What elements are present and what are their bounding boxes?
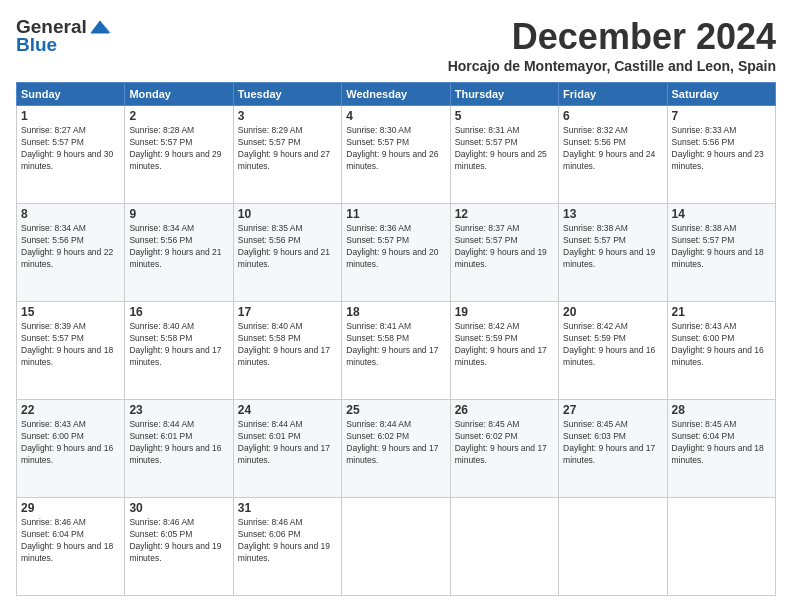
day-number: 21 xyxy=(672,305,771,319)
day-number: 23 xyxy=(129,403,228,417)
sunrise-text: Sunrise: 8:45 AM xyxy=(672,419,771,431)
sunrise-text: Sunrise: 8:42 AM xyxy=(563,321,662,333)
day-number: 13 xyxy=(563,207,662,221)
sunset-text: Sunset: 5:57 PM xyxy=(129,137,228,149)
calendar-cell: 13 Sunrise: 8:38 AM Sunset: 5:57 PM Dayl… xyxy=(559,204,667,302)
day-number: 11 xyxy=(346,207,445,221)
cell-info: Sunrise: 8:31 AM Sunset: 5:57 PM Dayligh… xyxy=(455,125,554,173)
cell-info: Sunrise: 8:43 AM Sunset: 6:00 PM Dayligh… xyxy=(21,419,120,467)
cell-info: Sunrise: 8:42 AM Sunset: 5:59 PM Dayligh… xyxy=(563,321,662,369)
cell-info: Sunrise: 8:44 AM Sunset: 6:01 PM Dayligh… xyxy=(129,419,228,467)
cell-info: Sunrise: 8:35 AM Sunset: 5:56 PM Dayligh… xyxy=(238,223,337,271)
cell-info: Sunrise: 8:40 AM Sunset: 5:58 PM Dayligh… xyxy=(129,321,228,369)
cell-info: Sunrise: 8:43 AM Sunset: 6:00 PM Dayligh… xyxy=(672,321,771,369)
daylight-text: Daylight: 9 hours and 23 minutes. xyxy=(672,149,771,173)
calendar-cell xyxy=(667,498,775,596)
sunset-text: Sunset: 6:04 PM xyxy=(21,529,120,541)
daylight-text: Daylight: 9 hours and 17 minutes. xyxy=(238,443,337,467)
calendar-cell: 11 Sunrise: 8:36 AM Sunset: 5:57 PM Dayl… xyxy=(342,204,450,302)
calendar-cell xyxy=(342,498,450,596)
cell-info: Sunrise: 8:38 AM Sunset: 5:57 PM Dayligh… xyxy=(672,223,771,271)
calendar-cell: 21 Sunrise: 8:43 AM Sunset: 6:00 PM Dayl… xyxy=(667,302,775,400)
cell-info: Sunrise: 8:38 AM Sunset: 5:57 PM Dayligh… xyxy=(563,223,662,271)
daylight-text: Daylight: 9 hours and 19 minutes. xyxy=(129,541,228,565)
sunset-text: Sunset: 5:56 PM xyxy=(129,235,228,247)
weekday-header-saturday: Saturday xyxy=(667,83,775,106)
daylight-text: Daylight: 9 hours and 27 minutes. xyxy=(238,149,337,173)
calendar-cell: 20 Sunrise: 8:42 AM Sunset: 5:59 PM Dayl… xyxy=(559,302,667,400)
cell-info: Sunrise: 8:27 AM Sunset: 5:57 PM Dayligh… xyxy=(21,125,120,173)
daylight-text: Daylight: 9 hours and 26 minutes. xyxy=(346,149,445,173)
sunset-text: Sunset: 5:57 PM xyxy=(455,137,554,149)
day-number: 19 xyxy=(455,305,554,319)
sunrise-text: Sunrise: 8:36 AM xyxy=(346,223,445,235)
calendar-cell xyxy=(559,498,667,596)
sunset-text: Sunset: 5:57 PM xyxy=(563,235,662,247)
cell-info: Sunrise: 8:34 AM Sunset: 5:56 PM Dayligh… xyxy=(21,223,120,271)
sunset-text: Sunset: 5:57 PM xyxy=(238,137,337,149)
cell-info: Sunrise: 8:42 AM Sunset: 5:59 PM Dayligh… xyxy=(455,321,554,369)
sunrise-text: Sunrise: 8:46 AM xyxy=(21,517,120,529)
daylight-text: Daylight: 9 hours and 25 minutes. xyxy=(455,149,554,173)
day-number: 18 xyxy=(346,305,445,319)
cell-info: Sunrise: 8:36 AM Sunset: 5:57 PM Dayligh… xyxy=(346,223,445,271)
cell-info: Sunrise: 8:41 AM Sunset: 5:58 PM Dayligh… xyxy=(346,321,445,369)
calendar-cell: 8 Sunrise: 8:34 AM Sunset: 5:56 PM Dayli… xyxy=(17,204,125,302)
sunrise-text: Sunrise: 8:42 AM xyxy=(455,321,554,333)
sunrise-text: Sunrise: 8:44 AM xyxy=(346,419,445,431)
sunrise-text: Sunrise: 8:38 AM xyxy=(563,223,662,235)
sunrise-text: Sunrise: 8:33 AM xyxy=(672,125,771,137)
sunrise-text: Sunrise: 8:35 AM xyxy=(238,223,337,235)
sunset-text: Sunset: 6:00 PM xyxy=(672,333,771,345)
cell-info: Sunrise: 8:29 AM Sunset: 5:57 PM Dayligh… xyxy=(238,125,337,173)
calendar-cell: 9 Sunrise: 8:34 AM Sunset: 5:56 PM Dayli… xyxy=(125,204,233,302)
cell-info: Sunrise: 8:46 AM Sunset: 6:06 PM Dayligh… xyxy=(238,517,337,565)
calendar-cell: 25 Sunrise: 8:44 AM Sunset: 6:02 PM Dayl… xyxy=(342,400,450,498)
daylight-text: Daylight: 9 hours and 18 minutes. xyxy=(672,247,771,271)
calendar-cell: 27 Sunrise: 8:45 AM Sunset: 6:03 PM Dayl… xyxy=(559,400,667,498)
calendar-cell: 17 Sunrise: 8:40 AM Sunset: 5:58 PM Dayl… xyxy=(233,302,341,400)
daylight-text: Daylight: 9 hours and 17 minutes. xyxy=(346,443,445,467)
daylight-text: Daylight: 9 hours and 17 minutes. xyxy=(238,345,337,369)
sunset-text: Sunset: 5:58 PM xyxy=(238,333,337,345)
sunset-text: Sunset: 5:58 PM xyxy=(346,333,445,345)
sunrise-text: Sunrise: 8:45 AM xyxy=(455,419,554,431)
sunset-text: Sunset: 5:57 PM xyxy=(672,235,771,247)
daylight-text: Daylight: 9 hours and 18 minutes. xyxy=(21,541,120,565)
daylight-text: Daylight: 9 hours and 18 minutes. xyxy=(672,443,771,467)
cell-info: Sunrise: 8:44 AM Sunset: 6:02 PM Dayligh… xyxy=(346,419,445,467)
calendar-cell: 7 Sunrise: 8:33 AM Sunset: 5:56 PM Dayli… xyxy=(667,106,775,204)
sunrise-text: Sunrise: 8:45 AM xyxy=(563,419,662,431)
sunset-text: Sunset: 6:04 PM xyxy=(672,431,771,443)
calendar-cell: 4 Sunrise: 8:30 AM Sunset: 5:57 PM Dayli… xyxy=(342,106,450,204)
cell-info: Sunrise: 8:45 AM Sunset: 6:04 PM Dayligh… xyxy=(672,419,771,467)
sunrise-text: Sunrise: 8:44 AM xyxy=(238,419,337,431)
cell-info: Sunrise: 8:40 AM Sunset: 5:58 PM Dayligh… xyxy=(238,321,337,369)
day-number: 8 xyxy=(21,207,120,221)
daylight-text: Daylight: 9 hours and 17 minutes. xyxy=(455,345,554,369)
sunrise-text: Sunrise: 8:43 AM xyxy=(672,321,771,333)
logo: General Blue xyxy=(16,16,113,56)
sunrise-text: Sunrise: 8:29 AM xyxy=(238,125,337,137)
sunset-text: Sunset: 5:57 PM xyxy=(346,235,445,247)
cell-info: Sunrise: 8:33 AM Sunset: 5:56 PM Dayligh… xyxy=(672,125,771,173)
calendar-cell: 5 Sunrise: 8:31 AM Sunset: 5:57 PM Dayli… xyxy=(450,106,558,204)
sunrise-text: Sunrise: 8:34 AM xyxy=(129,223,228,235)
day-number: 31 xyxy=(238,501,337,515)
calendar-cell: 24 Sunrise: 8:44 AM Sunset: 6:01 PM Dayl… xyxy=(233,400,341,498)
day-number: 7 xyxy=(672,109,771,123)
daylight-text: Daylight: 9 hours and 24 minutes. xyxy=(563,149,662,173)
sunset-text: Sunset: 6:00 PM xyxy=(21,431,120,443)
calendar-week-row: 15 Sunrise: 8:39 AM Sunset: 5:57 PM Dayl… xyxy=(17,302,776,400)
day-number: 27 xyxy=(563,403,662,417)
calendar-cell: 10 Sunrise: 8:35 AM Sunset: 5:56 PM Dayl… xyxy=(233,204,341,302)
daylight-text: Daylight: 9 hours and 21 minutes. xyxy=(238,247,337,271)
calendar-cell: 31 Sunrise: 8:46 AM Sunset: 6:06 PM Dayl… xyxy=(233,498,341,596)
daylight-text: Daylight: 9 hours and 16 minutes. xyxy=(563,345,662,369)
sunrise-text: Sunrise: 8:40 AM xyxy=(238,321,337,333)
sunset-text: Sunset: 5:57 PM xyxy=(346,137,445,149)
calendar-cell: 23 Sunrise: 8:44 AM Sunset: 6:01 PM Dayl… xyxy=(125,400,233,498)
day-number: 16 xyxy=(129,305,228,319)
month-title: December 2024 xyxy=(448,16,776,58)
calendar-week-row: 22 Sunrise: 8:43 AM Sunset: 6:00 PM Dayl… xyxy=(17,400,776,498)
